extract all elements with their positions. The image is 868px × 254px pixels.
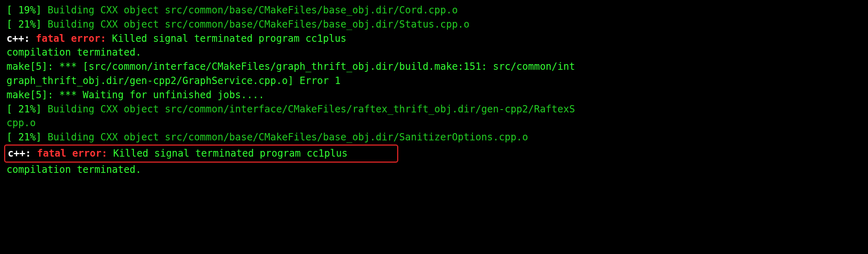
compilation-terminated-2: compilation terminated. bbox=[6, 163, 862, 177]
error-message: Killed signal terminated program cc1plus bbox=[113, 148, 348, 159]
build-message: Building CXX object src/common/base/CMak… bbox=[42, 4, 458, 16]
compilation-terminated-1: compilation terminated. bbox=[6, 45, 862, 60]
percent-bracket: [ 21%] bbox=[6, 131, 42, 143]
percent-bracket: [ 19%] bbox=[6, 4, 42, 16]
build-message: Building CXX object src/common/base/CMak… bbox=[42, 131, 528, 143]
build-line-21-raftex: [ 21%] Building CXX object src/common/in… bbox=[6, 102, 862, 116]
percent-bracket: [ 21%] bbox=[6, 19, 42, 30]
build-line-21-status: [ 21%] Building CXX object src/common/ba… bbox=[6, 17, 862, 32]
build-continuation: cpp.o bbox=[6, 116, 862, 130]
make-waiting-line: make[5]: *** Waiting for unfinished jobs… bbox=[6, 88, 862, 102]
highlight-box: c++: fatal error: Killed signal terminat… bbox=[4, 144, 398, 163]
build-line-21-sanitizer: [ 21%] Building CXX object src/common/ba… bbox=[6, 130, 862, 144]
build-message: Building CXX object src/common/base/CMak… bbox=[42, 19, 470, 30]
error-message: Killed signal terminated program cc1plus bbox=[112, 33, 346, 44]
make-error-line-1: make[5]: *** [src/common/interface/CMake… bbox=[6, 60, 862, 74]
error-line-1: c++: fatal error: Killed signal terminat… bbox=[6, 32, 862, 46]
make-error-line-2: graph_thrift_obj.dir/gen-cpp2/GraphServi… bbox=[6, 74, 862, 88]
build-message: Building CXX object src/common/interface… bbox=[42, 103, 575, 115]
fatal-error-label: fatal error: bbox=[36, 33, 112, 44]
build-line-19: [ 19%] Building CXX object src/common/ba… bbox=[6, 3, 862, 17]
cpp-label: c++: bbox=[6, 33, 36, 44]
percent-bracket: [ 21%] bbox=[6, 103, 42, 115]
highlighted-error-line: c++: fatal error: Killed signal terminat… bbox=[6, 144, 862, 163]
fatal-error-label: fatal error: bbox=[37, 148, 113, 159]
cpp-label: c++: bbox=[8, 148, 37, 159]
